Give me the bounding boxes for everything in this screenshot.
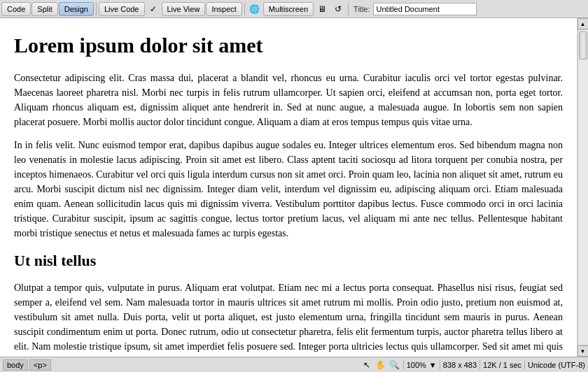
refresh-icon: ↺ [335, 4, 342, 14]
heading-1: Lorem ipsum dolor sit amet [14, 29, 563, 61]
document-content: Lorem ipsum dolor sit amet Consectetur a… [0, 18, 577, 357]
toolbar: Code Split Design Live Code ✓ Live View … [0, 0, 588, 18]
scroll-down-arrow[interactable]: ▼ [578, 345, 589, 357]
design-button[interactable]: Design [59, 2, 94, 16]
sb-divider-2 [440, 360, 440, 370]
heading-2: Ut nisl tellus [14, 249, 563, 272]
encoding: Unicode (UTF-8) [528, 361, 585, 369]
title-input[interactable] [373, 3, 477, 15]
cursor-icon: ↖ [361, 359, 372, 371]
zoom-level: 100% [407, 361, 426, 369]
inspect-button[interactable]: Inspect [206, 2, 241, 16]
title-label: Title: [354, 5, 370, 13]
tag-p: <p> [29, 359, 51, 371]
scroll-thumb[interactable] [579, 31, 587, 59]
zoom-icon: 🔍 [389, 359, 400, 371]
file-size: 12K / 1 sec [483, 361, 522, 369]
refresh-button[interactable]: ↺ [330, 2, 346, 16]
dimensions: 838 x 483 [443, 361, 477, 369]
sb-divider-3 [479, 360, 480, 370]
separator-2 [244, 3, 245, 15]
statusbar: body <p> ↖ ✋ 🔍 100% ▼ 838 x 483 12K / 1 … [0, 357, 588, 372]
separator-3 [348, 3, 349, 15]
liveview-button[interactable]: Live View [162, 2, 206, 16]
livecode-label: Live Code [104, 5, 139, 13]
livecode-icon-btn[interactable]: ✓ [146, 2, 161, 16]
tag-body: body [3, 359, 28, 371]
split-button[interactable]: Split [31, 2, 57, 16]
hand-icon: ✋ [375, 359, 386, 371]
scrollbar[interactable]: ▲ ▼ [577, 18, 588, 357]
sb-divider-1 [403, 360, 404, 370]
multiscreen-icon-btn[interactable]: 🖥 [314, 2, 330, 16]
separator-1 [96, 3, 97, 15]
screen-icon: 🖥 [318, 4, 326, 14]
globe-icon-btn[interactable]: 🌐 [247, 2, 262, 16]
checkmark-icon: ✓ [150, 4, 157, 14]
main-area: Lorem ipsum dolor sit amet Consectetur a… [0, 18, 588, 357]
scroll-up-arrow[interactable]: ▲ [578, 18, 589, 29]
scroll-track[interactable] [578, 29, 589, 345]
paragraph-1: Consectetur adipiscing elit. Cras massa … [14, 71, 563, 129]
multiscreen-button[interactable]: Multiscreen [263, 2, 314, 16]
zoom-dropdown-arrow[interactable]: ▼ [429, 361, 437, 369]
paragraph-3: Olutpat a tempor quis, vulputate in puru… [14, 280, 563, 357]
title-area: Title: [354, 3, 476, 15]
paragraph-2: In in felis velit. Nunc euismod tempor e… [14, 138, 563, 241]
statusbar-right: ↖ ✋ 🔍 100% ▼ 838 x 483 12K / 1 sec Unico… [361, 359, 585, 371]
code-button[interactable]: Code [1, 2, 31, 16]
sb-divider-4 [524, 360, 525, 370]
globe-icon: 🌐 [249, 4, 260, 14]
livecode-button[interactable]: Live Code [99, 2, 145, 16]
